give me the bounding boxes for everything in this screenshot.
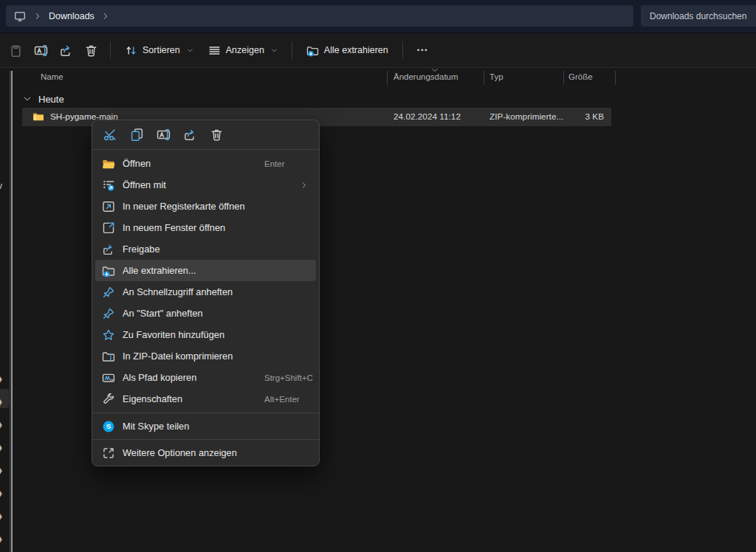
chevron-down-icon — [187, 47, 193, 54]
menu-item-neues-fenster[interactable]: In neuem Fenster öffnen — [95, 217, 316, 238]
menu-item-label: In ZIP-Datei komprimieren — [123, 351, 233, 362]
nav-tree-expand-icon[interactable]: ❯ — [0, 419, 7, 429]
wrench-icon — [102, 393, 115, 406]
delete-button[interactable] — [78, 38, 103, 63]
nav-tree-expand-icon[interactable]: ❯ — [0, 488, 7, 498]
column-divider[interactable] — [615, 71, 616, 85]
share-icon[interactable] — [182, 126, 199, 143]
menu-item-label: Freigabe — [123, 244, 160, 255]
view-label: Anzeigen — [226, 45, 264, 55]
menu-item-label: Weitere Optionen anzeigen — [123, 447, 237, 458]
svg-text:S: S — [106, 422, 111, 430]
column-header-size[interactable]: Größe — [568, 72, 593, 81]
rename-icon — [34, 44, 48, 58]
column-header-type[interactable]: Typ — [489, 72, 504, 81]
cut-icon[interactable] — [102, 126, 119, 143]
menu-item-label: Öffnen mit — [123, 179, 166, 190]
chevron-down-icon[interactable] — [23, 94, 32, 103]
toolbar-separator — [110, 41, 111, 59]
context-menu: Öffnen Enter Öffnen mit In neuer Registe… — [92, 120, 320, 466]
menu-item-oeffnen[interactable]: Öffnen Enter — [95, 153, 316, 174]
sort-icon — [125, 44, 137, 57]
sort-label: Sortieren — [142, 45, 180, 55]
search-box[interactable] — [641, 5, 756, 27]
nav-pane-divider — [10, 71, 10, 552]
menu-item-label: An Schnellzugriff anheften — [123, 286, 233, 297]
rename-icon[interactable] — [155, 126, 172, 143]
menu-item-label: An "Start" anheften — [123, 308, 203, 319]
nav-tree-expand-icon[interactable]: ❯ — [0, 534, 7, 544]
menu-item-zip-komprimieren[interactable]: In ZIP-Datei komprimieren — [95, 345, 316, 367]
menu-item-label: Als Pfad kopieren — [123, 372, 196, 383]
chevron-right-icon — [32, 12, 43, 21]
more-options-button[interactable]: ••• — [410, 38, 436, 63]
nav-tree-chevron-icon: v — [0, 181, 2, 191]
menu-item-label: Mit Skype teilen — [123, 421, 189, 432]
star-icon — [102, 328, 115, 342]
rename-button[interactable] — [28, 38, 53, 63]
copy-path-icon — [102, 371, 115, 384]
breadcrumb-location[interactable]: Downloads — [49, 11, 94, 21]
column-divider[interactable] — [563, 71, 564, 85]
menu-item-oeffnen-mit[interactable]: Öffnen mit — [95, 174, 316, 196]
share-button[interactable] — [53, 38, 78, 63]
copy-icon[interactable] — [128, 126, 145, 143]
menu-item-alle-extrahieren[interactable]: Alle extrahieren... — [95, 260, 316, 281]
extract-label: Alle extrahieren — [324, 45, 388, 55]
context-menu-quick-actions — [92, 120, 319, 149]
extract-all-button[interactable]: Alle extrahieren — [299, 38, 396, 63]
nav-tree-expand-icon[interactable]: ❯ — [0, 373, 7, 384]
skype-icon: S — [102, 420, 115, 433]
nav-pane-scrollbar[interactable] — [11, 71, 13, 552]
menu-item-pfad-kopieren[interactable]: Als Pfad kopieren Strg+Shift+C — [95, 367, 316, 388]
group-header-today[interactable]: Heute — [0, 91, 64, 107]
menu-item-shortcut: Enter — [264, 159, 285, 168]
column-header-modified[interactable]: Änderungsdatum — [394, 72, 458, 81]
zip-folder-icon — [32, 111, 45, 123]
menu-item-weitere-optionen[interactable]: Weitere Optionen anzeigen — [95, 442, 316, 463]
menu-item-start-anheften[interactable]: An "Start" anheften — [95, 303, 316, 324]
titlebar: Downloads — [0, 0, 756, 33]
context-menu-items: Öffnen Enter Öffnen mit In neuer Registe… — [92, 150, 319, 413]
delete-icon[interactable] — [208, 126, 225, 143]
pin-icon — [102, 307, 115, 320]
paste-button[interactable] — [3, 38, 28, 63]
chevron-right-icon[interactable] — [100, 12, 111, 21]
column-divider[interactable] — [484, 71, 484, 85]
menu-item-eigenschaften[interactable]: Eigenschaften Alt+Enter — [95, 388, 316, 410]
menu-item-shortcut: Strg+Shift+C — [264, 373, 313, 382]
menu-item-schnellzugriff-anheften[interactable]: An Schnellzugriff anheften — [95, 281, 316, 303]
file-explorer-window: Downloads Sortieren Anzeigen — [0, 0, 756, 552]
nav-tree-expand-icon[interactable]: ❯ — [0, 442, 7, 452]
menu-item-favoriten[interactable]: Zu Favoriten hinzufügen — [95, 324, 316, 345]
menu-item-label: Öffnen — [123, 158, 151, 169]
menu-item-freigabe[interactable]: Freigabe — [95, 238, 316, 260]
file-modified: 24.02.2024 11:12 — [394, 111, 461, 122]
group-label: Heute — [38, 94, 64, 105]
open-with-icon — [102, 179, 115, 192]
view-icon — [208, 44, 221, 57]
column-divider[interactable] — [387, 71, 388, 85]
view-dropdown[interactable]: Anzeigen — [201, 38, 285, 63]
nav-tree-expand-icon[interactable]: ❯ — [0, 465, 7, 475]
monitor-icon — [13, 10, 27, 22]
search-input[interactable] — [641, 11, 756, 21]
toolbar-separator — [292, 41, 292, 59]
delete-icon — [84, 44, 98, 58]
menu-item-label: Zu Favoriten hinzufügen — [123, 329, 224, 340]
extract-icon — [102, 264, 115, 277]
menu-item-neue-registerkarte[interactable]: In neuer Registerkarte öffnen — [95, 196, 316, 217]
menu-item-skype-teilen[interactable]: S Mit Skype teilen — [95, 415, 316, 437]
menu-item-label: Alle extrahieren... — [123, 265, 196, 276]
zip-compress-icon — [102, 350, 115, 363]
sort-ascending-icon — [431, 66, 439, 72]
column-header-name[interactable]: Name — [41, 72, 63, 81]
menu-item-label: In neuer Registerkarte öffnen — [123, 201, 245, 212]
nav-tree-expand-icon[interactable]: ❯ — [0, 511, 7, 521]
nav-tree-expand-icon[interactable]: ❯ — [0, 396, 7, 407]
address-bar[interactable]: Downloads — [6, 5, 633, 27]
menu-item-shortcut: Alt+Enter — [264, 395, 300, 404]
new-tab-icon — [102, 200, 115, 213]
sort-dropdown[interactable]: Sortieren — [117, 38, 201, 63]
paste-icon — [9, 44, 23, 58]
